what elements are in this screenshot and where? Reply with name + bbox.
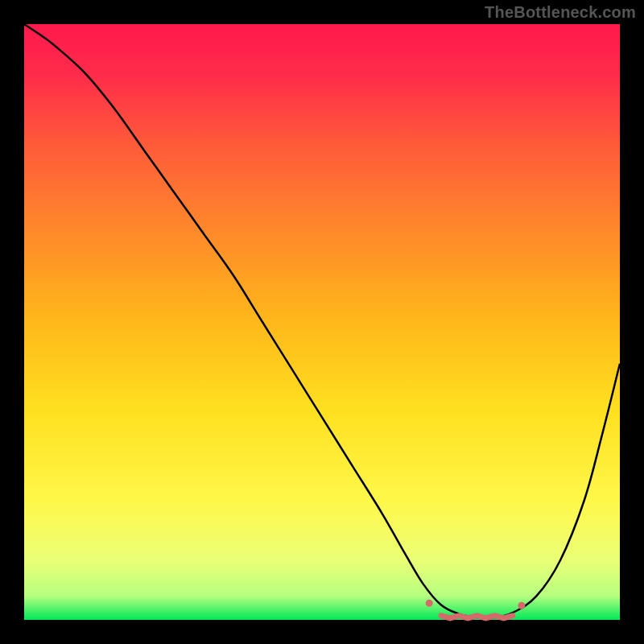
optimal-zone-marker	[441, 616, 513, 618]
marker-dot	[426, 600, 433, 607]
chart-frame: TheBottleneck.com	[0, 0, 644, 644]
bottleneck-chart	[0, 0, 644, 644]
watermark-text: TheBottleneck.com	[485, 3, 636, 22]
plot-background	[24, 24, 620, 620]
marker-dot	[518, 602, 525, 609]
